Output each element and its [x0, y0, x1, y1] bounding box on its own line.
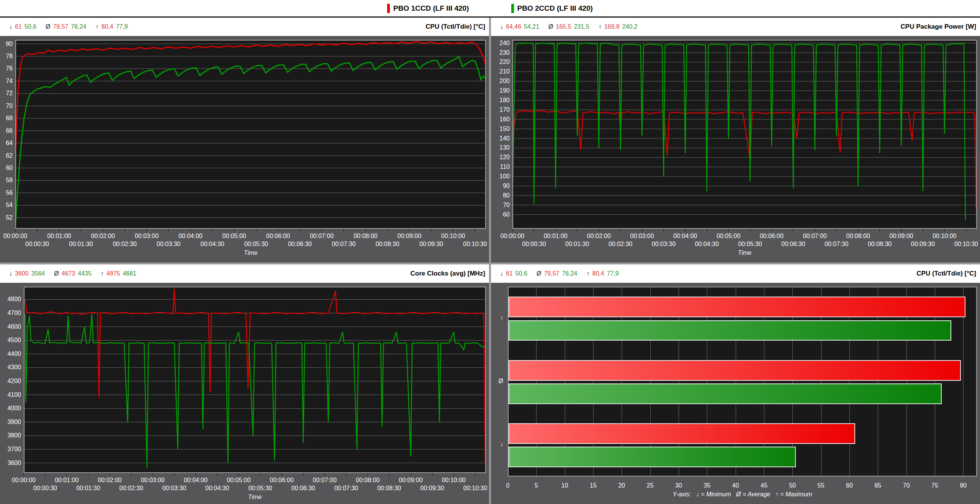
min-arrow-icon: ↓ [500, 270, 503, 277]
x-axis-tick-mark [750, 229, 751, 232]
chart-cpu-temp-bars[interactable]: ↑Ø↓05101520253035404550556065707580Y-axi… [491, 283, 980, 504]
x-axis-tick-label: 00:03:30 [157, 240, 180, 248]
x-axis-tick-label: 00:09:00 [889, 232, 913, 240]
x-axis-tick-label: 00:05:00 [222, 232, 246, 240]
x-axis-tick-label: 00:01:00 [55, 476, 79, 484]
y-axis-tick-label: 76 [0, 65, 13, 72]
y-axis-tick-label: 60 [0, 164, 13, 172]
x-axis-tick-label: 5 [535, 482, 538, 489]
x-axis-tick-mark [577, 229, 578, 232]
y-axis-tick-label: 54 [0, 201, 13, 209]
x-axis-tick-label: 00:00:00 [12, 476, 36, 484]
y-axis-tick-label: 3900 [0, 418, 21, 426]
x-axis-tick-mark [281, 473, 282, 476]
stat-avg: Ø 4673 4435 [54, 270, 92, 277]
plot-svg [24, 287, 486, 473]
stat-min-green: 50,6 [25, 23, 36, 30]
x-axis-tick-label: 75 [931, 482, 938, 489]
x-axis-tick-mark [23, 473, 24, 476]
x-axis-tick-label: 00:07:30 [825, 240, 848, 248]
panel-header: ↓ 61 50,6 Ø 79,57 76,24 ↑ 80,4 77,9 CPU … [0, 18, 489, 36]
legend-swatch-red-icon [387, 4, 390, 13]
stat-min-green: 50,6 [515, 270, 527, 277]
x-axis-tick-label: 00:01:00 [47, 232, 71, 240]
x-axis-tick-label: 00:03:30 [162, 484, 186, 492]
x-axis-tick-mark [174, 473, 175, 476]
x-axis-tick-label: 00:01:30 [76, 484, 100, 492]
panel-header: ↓ 64,46 54,21 Ø 165,5 231,5 ↑ 169,8 240,… [491, 18, 980, 36]
avg-symbol-icon: Ø [548, 23, 553, 30]
y-axis-tick-label: 4500 [0, 336, 21, 344]
bar-red [509, 297, 965, 317]
y-axis-tick-label: 4600 [0, 323, 21, 331]
x-axis-tick-label: 00:04:00 [673, 232, 697, 240]
x-axis-tick-label: 55 [818, 482, 825, 489]
max-arrow-icon: ↑ [95, 23, 98, 30]
x-axis-tick-mark [212, 229, 213, 232]
legend-label-pbo-1ccd: PBO 1CCD (LF III 420) [393, 4, 469, 13]
x-axis-tick-mark [685, 229, 686, 232]
y-axis-tick-label: 220 [491, 58, 510, 66]
chart-cpu-power-line[interactable]: 2402302202102001901801701601501401301201… [491, 36, 980, 263]
x-axis-tick-label: 00:05:30 [244, 240, 268, 248]
x-axis-tick-mark [533, 229, 534, 232]
x-axis-tick-mark [663, 229, 664, 232]
x-axis-tick-mark [131, 473, 132, 476]
x-axis-tick-mark [474, 229, 475, 232]
x-axis-tick-label: 00:08:30 [376, 240, 399, 248]
x-axis-tick-label: 00:04:30 [695, 240, 719, 248]
stat-min-green: 3564 [31, 270, 45, 277]
x-axis-tick-label: 00:10:30 [954, 240, 978, 248]
x-axis-tick-mark [901, 229, 902, 232]
x-axis-tick-label: 00:02:30 [609, 240, 632, 248]
x-axis-tick-label: 00:06:30 [288, 240, 312, 248]
x-axis-tick-mark [346, 473, 347, 476]
x-axis-tick-mark [642, 229, 643, 232]
stat-max-red: 80,4 [101, 23, 113, 30]
y-axis-tick-label: 130 [491, 144, 510, 152]
x-axis-tick-label: 70 [903, 482, 910, 489]
x-axis-tick-label: 80 [960, 482, 967, 489]
min-arrow-icon: ↓ [9, 270, 12, 277]
stats-row: ↓ 64,46 54,21 Ø 165,5 231,5 ↑ 169,8 240,… [500, 23, 638, 30]
y-axis-tick-label: 56 [0, 189, 13, 197]
x-axis-tick-mark [80, 229, 81, 232]
chart-cpu-temp-line[interactable]: 80787674727068666462605856545200:00:0000… [0, 36, 489, 263]
x-axis-tick-mark [431, 229, 432, 232]
x-axis-tick-label: 00:03:00 [141, 476, 165, 484]
stat-max: ↑ 4875 4681 [101, 270, 136, 277]
x-axis-tick-label: 00:06:30 [781, 240, 805, 248]
x-axis-tick-mark [879, 229, 880, 232]
max-arrow-icon: ↑ [586, 270, 589, 277]
x-axis-tick-label: 00:10:30 [463, 484, 487, 492]
x-axis-tick-mark [324, 473, 325, 476]
bar-red [509, 423, 855, 444]
stat-max: ↑ 169,8 240,2 [599, 23, 638, 30]
chart-core-clocks-line[interactable]: 4800470046004500440043004200410040003900… [0, 283, 489, 504]
y-axis-tick-label: 74 [0, 77, 13, 85]
x-axis-tick-mark [88, 473, 88, 476]
x-axis-tick-label: 00:01:30 [565, 240, 589, 248]
x-axis-tick-label: 20 [618, 482, 625, 489]
x-axis-tick-label: 00:08:30 [868, 240, 892, 248]
y-axis-tick-label: 160 [491, 116, 510, 123]
x-axis-tick-label: 00:08:00 [353, 232, 377, 240]
x-axis-tick-label: 00:08:00 [356, 476, 380, 484]
x-axis-tick-mark [343, 229, 344, 232]
x-axis-tick-mark [103, 229, 103, 232]
x-axis-tick-mark [620, 229, 621, 232]
x-axis-tick-label: 00:00:00 [3, 232, 27, 240]
y-axis-tick-label: 100 [491, 173, 510, 180]
x-axis-tick-label: 30 [675, 482, 682, 489]
stat-avg-red: 165,5 [556, 23, 571, 30]
x-axis-tick-mark [389, 473, 389, 476]
x-axis-tick-label: 10 [561, 482, 568, 489]
x-axis-tick-mark [168, 229, 169, 232]
stat-min-red: 61 [15, 23, 22, 30]
x-axis-tick-mark [278, 229, 278, 232]
stat-max-red: 80,4 [592, 270, 604, 277]
stat-avg-green: 76,24 [71, 23, 86, 30]
y-axis-tick-label: 58 [0, 176, 13, 184]
legend-item-pbo-1ccd[interactable]: PBO 1CCD (LF III 420) [387, 4, 469, 13]
legend-item-pbo-2ccd[interactable]: PBO 2CCD (LF III 420) [511, 4, 593, 13]
